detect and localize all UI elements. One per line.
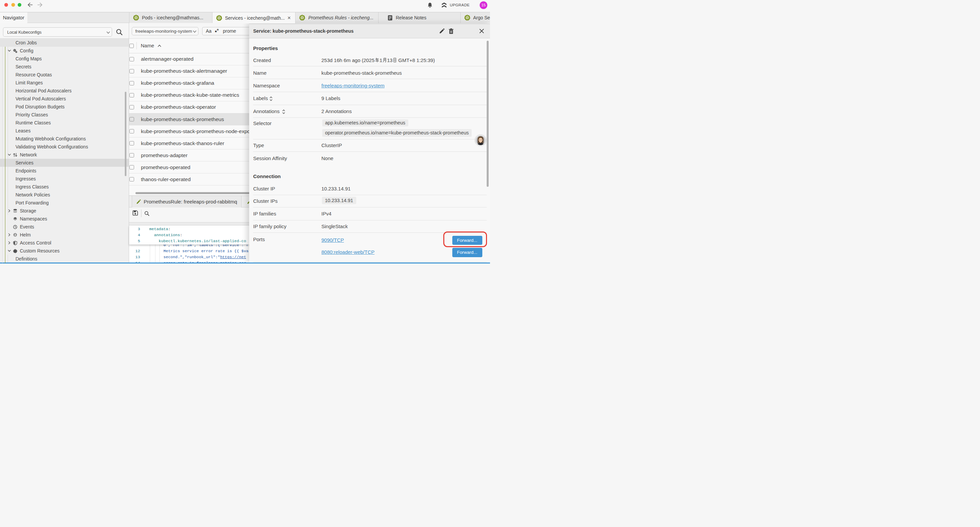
svg-text:HELM: HELM: [13, 234, 16, 236]
